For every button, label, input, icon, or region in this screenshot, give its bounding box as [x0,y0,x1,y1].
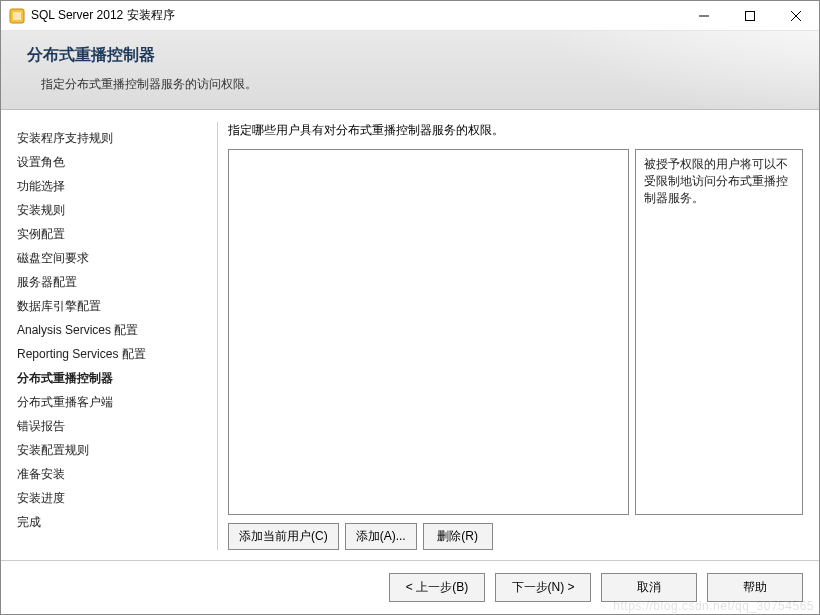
svg-rect-1 [13,12,21,20]
help-button[interactable]: 帮助 [707,573,803,602]
remove-button[interactable]: 删除(R) [423,523,493,550]
window-controls [681,1,819,30]
sidebar: 安装程序支持规则 设置角色 功能选择 安装规则 实例配置 磁盘空间要求 服务器配… [1,110,207,560]
sidebar-item-ready-install[interactable]: 准备安装 [17,462,197,486]
next-button[interactable]: 下一步(N) > [495,573,591,602]
sidebar-item-db-engine-config[interactable]: 数据库引擎配置 [17,294,197,318]
cancel-button[interactable]: 取消 [601,573,697,602]
sidebar-item-install-progress[interactable]: 安装进度 [17,486,197,510]
svg-rect-3 [746,11,755,20]
sidebar-item-disk-space[interactable]: 磁盘空间要求 [17,246,197,270]
minimize-button[interactable] [681,1,727,30]
sidebar-item-complete[interactable]: 完成 [17,510,197,534]
back-button[interactable]: < 上一步(B) [389,573,485,602]
page-title: 分布式重播控制器 [27,45,799,66]
sidebar-item-dr-client[interactable]: 分布式重播客户端 [17,390,197,414]
sidebar-item-setup-role[interactable]: 设置角色 [17,150,197,174]
instruction-text: 指定哪些用户具有对分布式重播控制器服务的权限。 [228,122,803,139]
add-button[interactable]: 添加(A)... [345,523,417,550]
app-icon [9,8,25,24]
installer-window: SQL Server 2012 安装程序 分布式重播控制器 指定分布式重播控制器… [0,0,820,615]
footer: < 上一步(B) 下一步(N) > 取消 帮助 [1,560,819,614]
close-button[interactable] [773,1,819,30]
sidebar-item-install-config-rules[interactable]: 安装配置规则 [17,438,197,462]
window-title: SQL Server 2012 安装程序 [31,7,681,24]
action-row: 添加当前用户(C) 添加(A)... 删除(R) [228,523,803,550]
sidebar-item-instance-config[interactable]: 实例配置 [17,222,197,246]
body: 安装程序支持规则 设置角色 功能选择 安装规则 实例配置 磁盘空间要求 服务器配… [1,110,819,560]
page-subtitle: 指定分布式重播控制器服务的访问权限。 [27,76,799,93]
info-box: 被授予权限的用户将可以不受限制地访问分布式重播控制器服务。 [635,149,803,515]
add-current-user-button[interactable]: 添加当前用户(C) [228,523,339,550]
sidebar-item-install-rules[interactable]: 安装程序支持规则 [17,126,197,150]
titlebar: SQL Server 2012 安装程序 [1,1,819,31]
maximize-button[interactable] [727,1,773,30]
sidebar-item-error-report[interactable]: 错误报告 [17,414,197,438]
sidebar-item-server-config[interactable]: 服务器配置 [17,270,197,294]
header-banner: 分布式重播控制器 指定分布式重播控制器服务的访问权限。 [1,31,819,110]
sidebar-item-install-rules2[interactable]: 安装规则 [17,198,197,222]
sidebar-item-reporting-services[interactable]: Reporting Services 配置 [17,342,197,366]
sidebar-item-analysis-services[interactable]: Analysis Services 配置 [17,318,197,342]
panel-row: 被授予权限的用户将可以不受限制地访问分布式重播控制器服务。 [228,149,803,515]
main-panel: 指定哪些用户具有对分布式重播控制器服务的权限。 被授予权限的用户将可以不受限制地… [207,110,819,560]
sidebar-item-feature-select[interactable]: 功能选择 [17,174,197,198]
user-list[interactable] [228,149,629,515]
sidebar-item-dr-controller[interactable]: 分布式重播控制器 [17,366,197,390]
